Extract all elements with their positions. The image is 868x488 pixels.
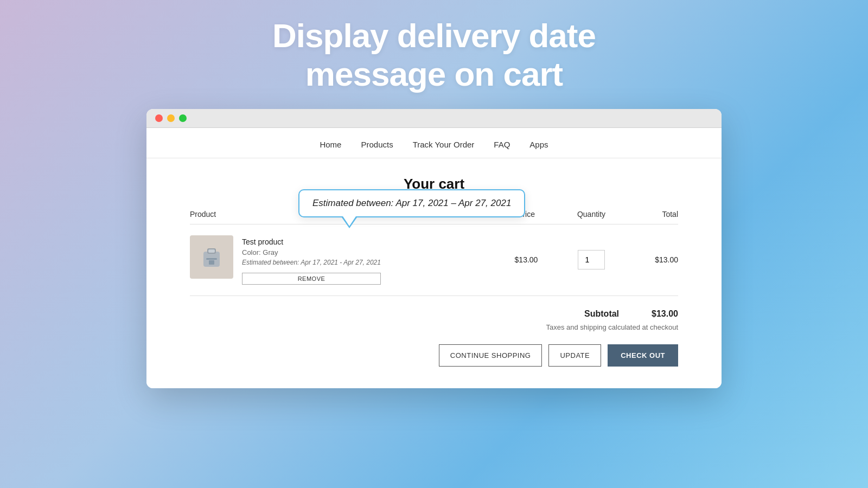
delivery-tooltip: Estimated between: Apr 17, 2021 – Apr 27…: [298, 189, 525, 217]
svg-rect-2: [208, 249, 215, 253]
close-dot[interactable]: [155, 114, 163, 122]
product-price: $13.00: [494, 255, 559, 264]
header-quantity: Quantity: [559, 210, 624, 219]
nav-products[interactable]: Products: [361, 140, 393, 149]
product-color: Color: Gray: [242, 248, 381, 256]
header-total: Total: [624, 210, 678, 219]
continue-shopping-button[interactable]: CONTINUE SHOPPING: [439, 344, 542, 367]
cart-row: Estimated between: Apr 17, 2021 – Apr 27…: [190, 224, 678, 296]
quantity-input[interactable]: [578, 250, 605, 269]
taxes-note: Taxes and shipping calculated at checkou…: [546, 323, 678, 331]
nav-track-order[interactable]: Track Your Order: [413, 140, 475, 149]
cart-container: Your cart Product Price Quantity Total E…: [146, 158, 722, 388]
remove-button[interactable]: REMOVE: [242, 273, 381, 285]
product-info: Test product Color: Gray Estimated betwe…: [190, 235, 494, 285]
svg-rect-3: [206, 258, 217, 260]
checkout-button[interactable]: CHECK OUT: [608, 344, 678, 367]
product-image: [190, 235, 233, 279]
browser-content: Home Products Track Your Order FAQ Apps …: [146, 128, 722, 388]
nav-home[interactable]: Home: [320, 140, 341, 149]
hero-title: Display delivery date message on cart: [272, 16, 596, 94]
cart-footer: Subtotal $13.00 Taxes and shipping calcu…: [190, 309, 678, 367]
product-details: Test product Color: Gray Estimated betwe…: [242, 235, 381, 285]
browser-toolbar: [146, 109, 722, 128]
subtotal-row: Subtotal $13.00: [584, 309, 678, 319]
cart-actions: CONTINUE SHOPPING UPDATE CHECK OUT: [439, 344, 678, 367]
product-delivery-text: Estimated between: Apr 17, 2021 - Apr 27…: [242, 259, 381, 266]
subtotal-amount: $13.00: [652, 309, 678, 319]
nav-apps[interactable]: Apps: [529, 140, 548, 149]
nav-faq[interactable]: FAQ: [494, 140, 510, 149]
product-total: $13.00: [624, 255, 678, 264]
subtotal-label: Subtotal: [584, 309, 619, 319]
svg-rect-4: [209, 260, 214, 265]
store-nav: Home Products Track Your Order FAQ Apps: [146, 128, 722, 158]
maximize-dot[interactable]: [179, 114, 187, 122]
product-name: Test product: [242, 237, 381, 246]
browser-window: Home Products Track Your Order FAQ Apps …: [146, 109, 722, 388]
minimize-dot[interactable]: [167, 114, 175, 122]
update-button[interactable]: UPDATE: [548, 344, 601, 367]
quantity-cell: [559, 250, 624, 269]
